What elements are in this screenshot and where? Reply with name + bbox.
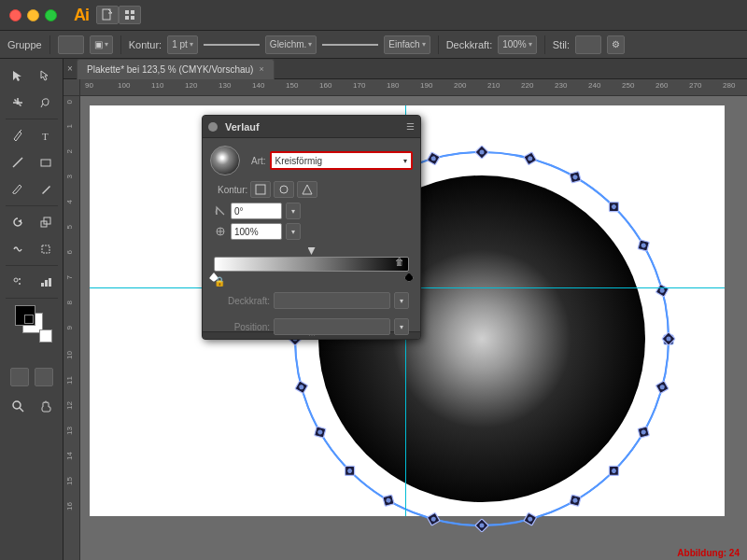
- angle-field[interactable]: 0°: [231, 203, 282, 219]
- stop-handles-row: 🔒: [214, 272, 409, 283]
- panel-body: Art: Kreisförmig ▾ Kontur:: [203, 138, 420, 339]
- svg-point-28: [13, 401, 21, 409]
- deckkraft-dropdown[interactable]: 100% ▾: [498, 35, 537, 54]
- kontur-btn-3[interactable]: [297, 181, 317, 198]
- deckkraft-field[interactable]: [274, 292, 390, 309]
- canvas[interactable]: Verlauf ☰ Art: Kreisförmig: [80, 96, 747, 560]
- tab-bar: × Plakette* bei 123,5 % (CMYK/Vorschau) …: [63, 59, 747, 79]
- select-tool[interactable]: [5, 63, 31, 89]
- paintbrush-tool[interactable]: [5, 176, 31, 203]
- line-tool[interactable]: [5, 149, 31, 175]
- scale-dropdown-arrow[interactable]: ▾: [286, 223, 301, 240]
- art-dropdown[interactable]: Kreisförmig ▾: [270, 151, 413, 170]
- hand-tool[interactable]: [33, 393, 59, 419]
- zoom-tool[interactable]: [5, 393, 31, 419]
- line-type-dropdown[interactable]: Einfach ▾: [384, 35, 430, 54]
- kontur-btn-2[interactable]: [274, 181, 294, 198]
- rect-tool[interactable]: [33, 149, 59, 175]
- svg-point-79: [480, 150, 485, 155]
- free-transform-tool[interactable]: [33, 236, 59, 262]
- shape-dropdown[interactable]: ▣▾: [90, 35, 113, 54]
- panel-close-button[interactable]: [208, 122, 218, 132]
- svg-rect-0: [103, 9, 110, 20]
- delete-stop-btn[interactable]: 🗑: [395, 257, 404, 267]
- minimize-button[interactable]: [27, 9, 39, 21]
- normal-mode-icon[interactable]: [10, 368, 29, 386]
- canvas-body: 0 1 2 3 4 5 6 7 8 9 10 11 12 13 14 15 16: [63, 96, 747, 560]
- grid-icon[interactable]: [119, 6, 141, 24]
- document-tab[interactable]: Plakette* bei 123,5 % (CMYK/Vorschau) ×: [77, 59, 275, 79]
- stil-box[interactable]: [575, 35, 601, 54]
- lasso-tool[interactable]: [33, 90, 59, 116]
- svg-rect-85: [256, 185, 265, 194]
- scale-tool[interactable]: [33, 209, 59, 235]
- stop-black[interactable]: [404, 273, 414, 282]
- panel-x-btn[interactable]: ×: [67, 62, 77, 77]
- rotate-tool[interactable]: [5, 209, 31, 235]
- panel-titlebar[interactable]: Verlauf ☰: [203, 116, 420, 138]
- scale-field[interactable]: 100%: [231, 223, 282, 240]
- tool-sep-4: [6, 298, 58, 299]
- svg-rect-3: [125, 16, 129, 20]
- fill-box[interactable]: [58, 35, 84, 54]
- symbol-sprayer-tool[interactable]: [5, 269, 31, 295]
- gradient-slider-wrap: 🗑 🔒: [214, 245, 409, 283]
- position-arrow[interactable]: ▾: [394, 318, 409, 335]
- mode-icons: [10, 368, 53, 386]
- toolbox: T: [0, 59, 63, 560]
- svg-text:T: T: [42, 131, 49, 142]
- statusbar: Abbildung: 24: [677, 548, 740, 558]
- ruler-vertical: 0 1 2 3 4 5 6 7 8 9 10 11 12 13 14 15 16: [63, 96, 80, 560]
- magic-wand-tool[interactable]: [5, 90, 31, 116]
- canvas-wrap: × Plakette* bei 123,5 % (CMYK/Vorschau) …: [63, 59, 747, 560]
- tool-row-warp: [5, 236, 59, 262]
- sep4: [544, 35, 545, 54]
- color-stack[interactable]: [15, 305, 49, 339]
- position-label: Position:: [214, 322, 270, 332]
- kontur-label: Kontur:: [218, 185, 247, 195]
- svg-rect-4: [131, 16, 134, 20]
- mask-mode-icon[interactable]: [35, 368, 53, 386]
- column-graph-tool[interactable]: [33, 269, 59, 295]
- stroke-size-dropdown[interactable]: 1 pt ▾: [167, 35, 198, 54]
- settings-dropdown[interactable]: ⚙: [607, 35, 625, 54]
- sep3: [438, 35, 439, 54]
- maximize-button[interactable]: [45, 9, 57, 21]
- panel-title: Verlauf: [225, 121, 260, 133]
- tool-row-line: [5, 149, 59, 175]
- angle-row: 0° ▾: [214, 203, 413, 219]
- tool-row-2: [5, 90, 59, 116]
- ruler-top: 90 100 110 120 130 140 150 160 170 180 1…: [63, 79, 747, 96]
- svg-line-14: [20, 130, 21, 132]
- svg-line-13: [41, 104, 43, 107]
- tool-row-sym: [5, 269, 59, 295]
- type-tool[interactable]: T: [33, 122, 59, 148]
- svg-rect-27: [49, 278, 51, 287]
- tab-close-btn[interactable]: ×: [259, 64, 263, 74]
- direct-select-tool[interactable]: [33, 63, 59, 89]
- tool-row-pen: T: [5, 122, 59, 148]
- close-button[interactable]: [9, 9, 21, 21]
- svg-point-22: [14, 278, 18, 282]
- gradient-midpoint-handle[interactable]: [308, 247, 316, 255]
- pen-tool[interactable]: [5, 122, 31, 148]
- tool-sep-3: [6, 265, 58, 266]
- svg-marker-5: [13, 71, 21, 81]
- warp-tool[interactable]: [5, 236, 31, 262]
- gradient-panel: Verlauf ☰ Art: Kreisförmig: [202, 115, 421, 340]
- panel-menu-button[interactable]: ☰: [406, 121, 415, 132]
- pencil-tool[interactable]: [33, 176, 59, 203]
- file-icon[interactable]: [96, 6, 119, 24]
- svg-rect-25: [41, 283, 44, 287]
- stroke-type-dropdown[interactable]: Gleichm. ▾: [265, 35, 317, 54]
- angle-dropdown-arrow[interactable]: ▾: [286, 203, 301, 219]
- svg-rect-1: [125, 10, 129, 14]
- ruler-horizontal: 90 100 110 120 130 140 150 160 170 180 1…: [80, 79, 747, 96]
- gradient-track[interactable]: 🗑: [214, 257, 409, 272]
- traffic-lights: [0, 9, 66, 21]
- deckkraft-arrow[interactable]: ▾: [394, 292, 409, 309]
- position-field[interactable]: [274, 318, 390, 335]
- svg-line-16: [13, 158, 22, 167]
- svg-point-67: [480, 524, 485, 528]
- kontur-btn-1[interactable]: [250, 181, 271, 198]
